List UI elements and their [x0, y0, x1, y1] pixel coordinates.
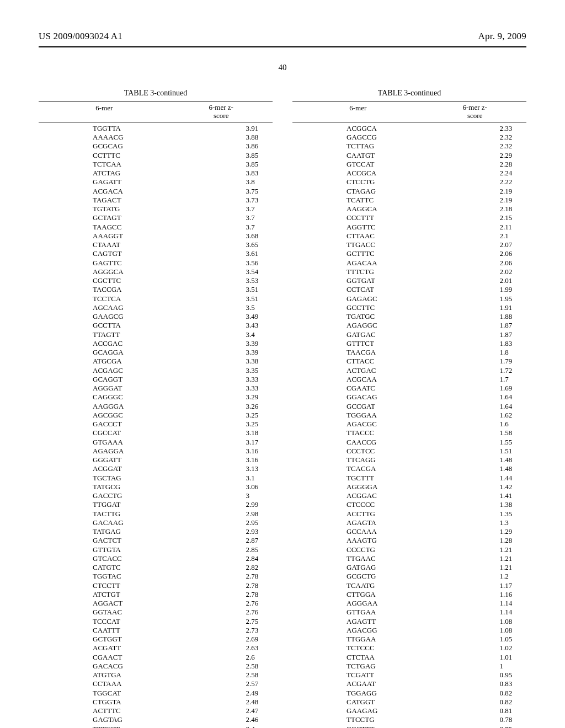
cell-6mer: AGAGTA	[292, 518, 477, 527]
table-row: AGGTTC2.11	[292, 223, 526, 232]
cell-zscore: 1.08	[477, 626, 565, 635]
page-number: 40	[39, 63, 526, 72]
cell-6mer: CATGTC	[39, 563, 223, 572]
table-row: TTGGAA1.05	[292, 635, 526, 644]
table-row: TTCCTG0.78	[292, 715, 526, 724]
table-row: TACTTG2.98	[39, 510, 273, 518]
table-row: GAGCCG2.32	[292, 133, 526, 142]
table-row: GATGAC1.87	[292, 330, 526, 339]
cell-zscore: 1.02	[477, 644, 565, 652]
cell-6mer: TCTCAA	[39, 160, 223, 169]
table-row: GCAGGA3.39	[39, 348, 273, 357]
cell-6mer: ATGTGA	[39, 671, 223, 679]
table-row: CCCTTT2.15	[292, 213, 526, 222]
table-row: TCAATG1.17	[292, 581, 526, 590]
table-row: CCTCAT1.99	[292, 285, 526, 294]
cell-6mer: TCACGA	[292, 464, 477, 473]
cell-zscore: 2.07	[477, 240, 565, 249]
cell-zscore: 0.78	[477, 715, 565, 724]
cell-6mer: CCTTTC	[39, 151, 223, 160]
cell-zscore: 1.64	[477, 393, 565, 402]
cell-zscore: 0.83	[477, 679, 565, 688]
table-row: GAAGCG3.49	[39, 312, 273, 321]
cell-6mer: TGTATG	[39, 205, 223, 213]
cell-6mer: TTTCCT	[39, 725, 223, 728]
cell-6mer: ATCTGT	[39, 590, 223, 599]
table-row: TAACGA1.8	[292, 348, 526, 357]
table-row: TACCGA3.51	[39, 285, 273, 294]
cell-zscore: 1.55	[477, 438, 565, 447]
table-row: TCCTCA3.51	[39, 295, 273, 303]
table-row: TTGACC2.07	[292, 240, 526, 249]
cell-6mer: TCTTAG	[292, 142, 477, 151]
table-row: ACGCAA1.7	[292, 375, 526, 384]
cell-6mer: CGCCAT	[39, 429, 223, 437]
cell-6mer: AGAGGA	[39, 447, 223, 456]
cell-zscore: 1.8	[477, 348, 565, 357]
cell-6mer: CTCCCC	[292, 500, 477, 509]
table-row: CCCCTG1.21	[292, 545, 526, 554]
table-row: AGACGG1.08	[292, 626, 526, 635]
cell-zscore: 1.41	[477, 491, 565, 500]
column-header-score: 6-mer z- score	[169, 104, 273, 120]
cell-6mer: GGTGAT	[292, 276, 477, 285]
cell-zscore: 1.95	[477, 295, 565, 303]
cell-6mer: AGGGAT	[39, 384, 223, 393]
cell-6mer: ACCGCA	[292, 169, 477, 178]
table-row: TCATTC2.19	[292, 196, 526, 205]
table-row: TCTTAG2.32	[292, 142, 526, 151]
cell-6mer: GCTAGT	[39, 213, 223, 222]
cell-6mer: CTTGGA	[292, 590, 477, 599]
cell-6mer: ACGACA	[39, 187, 223, 196]
table-row: GCCTTA3.43	[39, 321, 273, 330]
cell-zscore: 1.58	[477, 429, 565, 437]
cell-6mer: CAATGT	[292, 151, 477, 160]
column-header-6mer: 6-mer	[39, 104, 169, 120]
cell-6mer: CTCCTG	[292, 178, 477, 186]
table-caption-left: TABLE 3-continued	[39, 89, 273, 98]
cell-6mer: CGAACT	[39, 653, 223, 662]
cell-6mer: CGCTTT	[292, 725, 477, 728]
table-row: GCTTTC2.06	[292, 249, 526, 258]
table-row: AAGGCA2.18	[292, 205, 526, 213]
table-row: CGAATC1.69	[292, 384, 526, 393]
cell-6mer: GCTGGT	[39, 635, 223, 644]
cell-6mer: GAGATT	[39, 178, 223, 186]
table-rule-header	[292, 122, 526, 122]
cell-zscore: 0.82	[477, 698, 565, 706]
table-row: CAACCG1.55	[292, 438, 526, 447]
cell-6mer: GACAAG	[39, 518, 223, 527]
table-row: GCCTTC1.91	[292, 303, 526, 312]
cell-6mer: AGGTTC	[292, 223, 477, 232]
table-row: GAGATT3.8	[39, 178, 273, 186]
cell-6mer: CAGTGT	[39, 249, 223, 258]
cell-6mer: AAGGGA	[39, 402, 223, 411]
cell-6mer: ACCGAC	[39, 339, 223, 348]
table-row: TCTCAA3.85	[39, 160, 273, 169]
cell-zscore: 1.01	[477, 653, 565, 662]
table-row: ACGGCA2.33	[292, 124, 526, 133]
table-row: TGCTAG3.1	[39, 474, 273, 483]
cell-6mer: AGCAAG	[39, 303, 223, 312]
table-row: CCTAAA2.57	[39, 679, 273, 688]
table-row: TTCAGG1.48	[292, 456, 526, 464]
cell-zscore: 2.18	[477, 205, 565, 213]
page: US 2009/0093024 A1 Apr. 9, 2009 40 TABLE…	[0, 0, 565, 728]
cell-zscore: 1.17	[477, 581, 565, 590]
cell-6mer: TGGTAC	[39, 572, 223, 581]
cell-zscore: 0.81	[477, 706, 565, 715]
cell-zscore: 2.06	[477, 259, 565, 267]
table-row: GATGAG1.21	[292, 563, 526, 572]
cell-6mer: ATGCGA	[39, 357, 223, 366]
cell-zscore: 0.95	[477, 671, 565, 679]
table-column-headers: 6-mer 6-mer z- score	[292, 101, 526, 122]
table-row: AAGGGA3.26	[39, 402, 273, 411]
cell-6mer: ACGATT	[39, 644, 223, 652]
table-row: TGGCAT2.49	[39, 689, 273, 698]
table-row: TGGTAC2.78	[39, 572, 273, 581]
cell-6mer: GAGTAG	[39, 715, 223, 724]
cell-zscore: 1.42	[477, 483, 565, 491]
cell-6mer: GAGAGC	[292, 295, 477, 303]
cell-zscore: 2.02	[477, 267, 565, 276]
table-row: GTGAAA3.17	[39, 438, 273, 447]
